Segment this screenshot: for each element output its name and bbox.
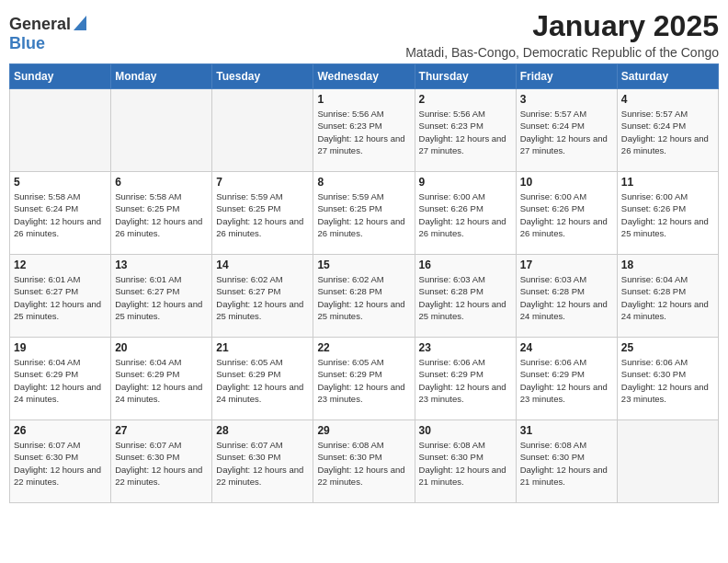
calendar-cell: 13Sunrise: 6:01 AMSunset: 6:27 PMDayligh… <box>111 255 212 338</box>
week-row-3: 12Sunrise: 6:01 AMSunset: 6:27 PMDayligh… <box>10 255 719 338</box>
calendar-cell: 2Sunrise: 5:56 AMSunset: 6:23 PMDaylight… <box>415 89 516 172</box>
day-number: 21 <box>216 341 309 354</box>
week-row-5: 26Sunrise: 6:07 AMSunset: 6:30 PMDayligh… <box>10 420 719 503</box>
calendar-cell: 6Sunrise: 5:58 AMSunset: 6:25 PMDaylight… <box>111 172 212 255</box>
day-number: 4 <box>621 93 714 106</box>
day-number: 23 <box>419 341 512 354</box>
day-number: 26 <box>14 424 107 437</box>
column-header-saturday: Saturday <box>617 64 718 89</box>
calendar-cell: 21Sunrise: 6:05 AMSunset: 6:29 PMDayligh… <box>212 338 313 420</box>
column-header-thursday: Thursday <box>415 64 516 89</box>
column-header-friday: Friday <box>516 64 617 89</box>
day-number: 1 <box>317 93 410 106</box>
day-number: 15 <box>317 259 410 271</box>
calendar-cell: 3Sunrise: 5:57 AMSunset: 6:24 PMDaylight… <box>516 89 617 172</box>
day-number: 13 <box>115 259 208 271</box>
day-number: 6 <box>115 176 208 189</box>
logo-general: General <box>9 15 71 34</box>
day-info: Sunrise: 6:06 AMSunset: 6:29 PMDaylight:… <box>419 356 512 405</box>
day-info: Sunrise: 6:08 AMSunset: 6:30 PMDaylight:… <box>317 439 410 488</box>
day-info: Sunrise: 6:04 AMSunset: 6:28 PMDaylight:… <box>621 273 714 322</box>
calendar-cell: 9Sunrise: 6:00 AMSunset: 6:26 PMDaylight… <box>415 172 516 255</box>
calendar-cell: 26Sunrise: 6:07 AMSunset: 6:30 PMDayligh… <box>10 420 111 503</box>
calendar-cell: 19Sunrise: 6:04 AMSunset: 6:29 PMDayligh… <box>10 338 111 420</box>
day-info: Sunrise: 6:04 AMSunset: 6:29 PMDaylight:… <box>14 356 107 405</box>
calendar-cell: 1Sunrise: 5:56 AMSunset: 6:23 PMDaylight… <box>313 89 415 172</box>
calendar-header-row: SundayMondayTuesdayWednesdayThursdayFrid… <box>10 64 719 89</box>
calendar-cell: 24Sunrise: 6:06 AMSunset: 6:29 PMDayligh… <box>516 338 617 420</box>
calendar-cell <box>617 420 718 503</box>
day-info: Sunrise: 5:57 AMSunset: 6:24 PMDaylight:… <box>520 108 613 156</box>
calendar-cell: 31Sunrise: 6:08 AMSunset: 6:30 PMDayligh… <box>516 420 617 503</box>
day-number: 29 <box>317 424 410 437</box>
calendar-cell: 20Sunrise: 6:04 AMSunset: 6:29 PMDayligh… <box>111 338 212 420</box>
day-info: Sunrise: 5:58 AMSunset: 6:24 PMDaylight:… <box>14 190 107 239</box>
calendar-table: SundayMondayTuesdayWednesdayThursdayFrid… <box>9 63 719 503</box>
calendar-cell: 22Sunrise: 6:05 AMSunset: 6:29 PMDayligh… <box>313 338 415 420</box>
day-info: Sunrise: 6:05 AMSunset: 6:29 PMDaylight:… <box>216 356 309 405</box>
calendar-cell: 12Sunrise: 6:01 AMSunset: 6:27 PMDayligh… <box>10 255 111 338</box>
day-info: Sunrise: 5:56 AMSunset: 6:23 PMDaylight:… <box>317 108 410 156</box>
svg-marker-0 <box>74 16 86 30</box>
logo-blue: Blue <box>9 34 45 52</box>
day-number: 18 <box>621 259 714 271</box>
day-info: Sunrise: 6:07 AMSunset: 6:30 PMDaylight:… <box>216 439 309 488</box>
month-title: January 2025 <box>405 9 719 43</box>
day-number: 19 <box>14 341 107 354</box>
calendar-cell: 17Sunrise: 6:03 AMSunset: 6:28 PMDayligh… <box>516 255 617 338</box>
day-number: 2 <box>419 93 512 106</box>
day-info: Sunrise: 6:06 AMSunset: 6:30 PMDaylight:… <box>621 356 714 405</box>
calendar-cell: 4Sunrise: 5:57 AMSunset: 6:24 PMDaylight… <box>617 89 718 172</box>
week-row-1: 1Sunrise: 5:56 AMSunset: 6:23 PMDaylight… <box>10 89 719 172</box>
calendar-cell: 23Sunrise: 6:06 AMSunset: 6:29 PMDayligh… <box>415 338 516 420</box>
calendar-cell: 14Sunrise: 6:02 AMSunset: 6:27 PMDayligh… <box>212 255 313 338</box>
subtitle: Matadi, Bas-Congo, Democratic Republic o… <box>405 45 719 60</box>
day-number: 14 <box>216 259 309 271</box>
day-number: 22 <box>317 341 410 354</box>
day-info: Sunrise: 5:59 AMSunset: 6:25 PMDaylight:… <box>216 190 309 239</box>
day-number: 30 <box>419 424 512 437</box>
day-info: Sunrise: 6:08 AMSunset: 6:30 PMDaylight:… <box>520 439 613 488</box>
logo-triangle-icon <box>74 16 86 34</box>
title-area: January 2025 Matadi, Bas-Congo, Democrat… <box>405 9 719 60</box>
calendar-cell: 30Sunrise: 6:08 AMSunset: 6:30 PMDayligh… <box>415 420 516 503</box>
day-number: 8 <box>317 176 410 189</box>
week-row-4: 19Sunrise: 6:04 AMSunset: 6:29 PMDayligh… <box>10 338 719 420</box>
day-info: Sunrise: 6:00 AMSunset: 6:26 PMDaylight:… <box>520 190 613 239</box>
day-info: Sunrise: 5:59 AMSunset: 6:25 PMDaylight:… <box>317 190 410 239</box>
day-number: 5 <box>14 176 107 189</box>
calendar-cell: 11Sunrise: 6:00 AMSunset: 6:26 PMDayligh… <box>617 172 718 255</box>
day-info: Sunrise: 5:57 AMSunset: 6:24 PMDaylight:… <box>621 108 714 156</box>
logo: General Blue <box>9 9 86 59</box>
day-info: Sunrise: 6:08 AMSunset: 6:30 PMDaylight:… <box>419 439 512 488</box>
day-info: Sunrise: 6:02 AMSunset: 6:27 PMDaylight:… <box>216 273 309 322</box>
day-number: 11 <box>621 176 714 189</box>
day-number: 25 <box>621 341 714 354</box>
day-number: 27 <box>115 424 208 437</box>
calendar-cell: 8Sunrise: 5:59 AMSunset: 6:25 PMDaylight… <box>313 172 415 255</box>
calendar-cell: 5Sunrise: 5:58 AMSunset: 6:24 PMDaylight… <box>10 172 111 255</box>
day-number: 12 <box>14 259 107 271</box>
day-number: 24 <box>520 341 613 354</box>
calendar-cell: 16Sunrise: 6:03 AMSunset: 6:28 PMDayligh… <box>415 255 516 338</box>
calendar-cell <box>212 89 313 172</box>
day-info: Sunrise: 6:03 AMSunset: 6:28 PMDaylight:… <box>520 273 613 322</box>
day-info: Sunrise: 5:58 AMSunset: 6:25 PMDaylight:… <box>115 190 208 239</box>
day-number: 31 <box>520 424 613 437</box>
day-info: Sunrise: 6:02 AMSunset: 6:28 PMDaylight:… <box>317 273 410 322</box>
day-info: Sunrise: 5:56 AMSunset: 6:23 PMDaylight:… <box>419 108 512 156</box>
day-info: Sunrise: 6:01 AMSunset: 6:27 PMDaylight:… <box>115 273 208 322</box>
calendar-cell: 7Sunrise: 5:59 AMSunset: 6:25 PMDaylight… <box>212 172 313 255</box>
header: General Blue January 2025 Matadi, Bas-Co… <box>9 9 719 60</box>
week-row-2: 5Sunrise: 5:58 AMSunset: 6:24 PMDaylight… <box>10 172 719 255</box>
day-info: Sunrise: 6:07 AMSunset: 6:30 PMDaylight:… <box>14 439 107 488</box>
day-number: 10 <box>520 176 613 189</box>
day-info: Sunrise: 6:06 AMSunset: 6:29 PMDaylight:… <box>520 356 613 405</box>
calendar-cell: 28Sunrise: 6:07 AMSunset: 6:30 PMDayligh… <box>212 420 313 503</box>
day-info: Sunrise: 6:04 AMSunset: 6:29 PMDaylight:… <box>115 356 208 405</box>
column-header-wednesday: Wednesday <box>313 64 415 89</box>
day-number: 20 <box>115 341 208 354</box>
calendar-cell <box>111 89 212 172</box>
day-info: Sunrise: 6:05 AMSunset: 6:29 PMDaylight:… <box>317 356 410 405</box>
calendar-cell: 10Sunrise: 6:00 AMSunset: 6:26 PMDayligh… <box>516 172 617 255</box>
